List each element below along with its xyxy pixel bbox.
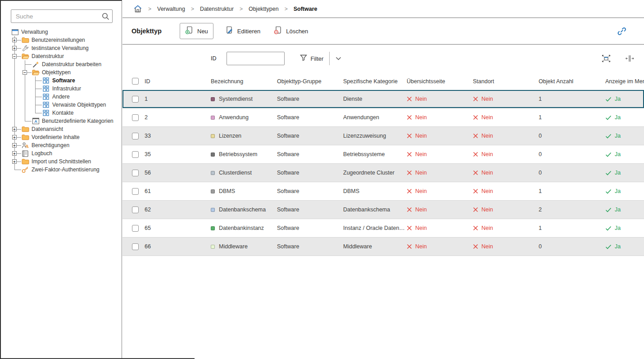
color-swatch-icon bbox=[211, 171, 215, 175]
breadcrumb-item-datenstruktur[interactable]: Datenstruktur bbox=[200, 6, 234, 12]
tree-guide bbox=[32, 85, 42, 93]
table-row-56[interactable]: 56ClusterdienstSoftwareZugeordnete Clust… bbox=[122, 164, 644, 182]
tree-item-benutzerdefinierte-kategorien[interactable]: ABenutzerdefinierte Kategorien bbox=[11, 117, 122, 125]
wrench-icon bbox=[21, 45, 29, 52]
table-row-1[interactable]: 1SystemdienstSoftwareDiensteNeinNein1Ja bbox=[122, 90, 644, 108]
tree-item-verwaltung[interactable]: Verwaltung bbox=[11, 28, 122, 36]
cell-category: Middleware bbox=[343, 243, 407, 250]
tree-item-benutzereinstellungen[interactable]: +Benutzereinstellungen bbox=[11, 36, 122, 44]
table-header-row: IDBezeichnungObjekttyp-GruppeSpezifische… bbox=[122, 72, 644, 90]
tree-expander[interactable]: + bbox=[12, 135, 17, 139]
color-swatch-icon bbox=[211, 134, 215, 138]
new-button[interactable]: Neu bbox=[180, 23, 213, 39]
tree-guide: + bbox=[11, 133, 21, 141]
column-header-spezifische-kategorie[interactable]: Spezifische Kategorie bbox=[343, 78, 407, 85]
row-checkbox-cell bbox=[122, 169, 145, 176]
tree-item-andere[interactable]: Andere bbox=[11, 93, 122, 101]
table-row-2[interactable]: 2AnwendungSoftwareAnwendungenNeinNein1Ja bbox=[122, 108, 644, 127]
row-checkbox[interactable] bbox=[132, 151, 139, 158]
search-input[interactable] bbox=[11, 9, 113, 23]
row-checkbox[interactable] bbox=[132, 170, 139, 176]
column-header-standort[interactable]: Standort bbox=[473, 78, 539, 85]
row-checkbox[interactable] bbox=[132, 243, 139, 250]
check-icon bbox=[605, 171, 612, 175]
breadcrumb-item-software[interactable]: Software bbox=[294, 6, 317, 12]
tree-item-label: Verwaiste Objekttypen bbox=[52, 102, 106, 108]
cell-overview-page: Nein bbox=[407, 114, 473, 121]
link-icon[interactable] bbox=[617, 26, 627, 36]
cross-icon bbox=[473, 244, 478, 249]
cell-name: Datenbankinstanz bbox=[211, 225, 277, 231]
tree-guide bbox=[32, 109, 42, 117]
home-icon[interactable] bbox=[133, 4, 142, 13]
maximize-icon[interactable] bbox=[602, 54, 611, 63]
tree-expander[interactable]: + bbox=[12, 151, 17, 156]
table-row-66[interactable]: 66MiddlewareSoftwareMiddlewareNeinNein0J… bbox=[122, 238, 644, 256]
tree-expander[interactable]: + bbox=[12, 46, 17, 50]
table-row-65[interactable]: 65DatenbankinstanzSoftwareInstanz / Orac… bbox=[122, 219, 644, 238]
cell-id: 35 bbox=[145, 151, 211, 157]
tree-item-logbuch[interactable]: +Logbuch bbox=[11, 149, 122, 157]
tree-expander[interactable]: + bbox=[12, 38, 17, 42]
tree-item-datenansicht[interactable]: +Datenansicht bbox=[11, 125, 122, 133]
row-checkbox[interactable] bbox=[132, 188, 139, 195]
tree-item-software[interactable]: Software bbox=[11, 76, 122, 85]
filter-bar: ID Filter bbox=[122, 45, 644, 72]
table-row-33[interactable]: 33LizenzenSoftwareLizenzzuweisungNeinNei… bbox=[122, 127, 644, 145]
cell-menu-display: Ja bbox=[605, 243, 644, 250]
filter-button[interactable]: Filter bbox=[300, 54, 324, 63]
tree-expander[interactable]: + bbox=[12, 143, 17, 148]
column-header-id[interactable]: ID bbox=[145, 78, 211, 85]
column-header-objekt-anzahl[interactable]: Objekt Anzahl bbox=[539, 78, 605, 85]
tree-expander[interactable]: − bbox=[12, 54, 17, 58]
chevron-down-icon[interactable] bbox=[335, 56, 342, 61]
cell-location: Nein bbox=[473, 151, 539, 157]
objecttype-icon bbox=[42, 85, 50, 92]
cell-object-count: 0 bbox=[539, 170, 605, 176]
column-header-bersichtsseite[interactable]: Übersichtsseite bbox=[407, 78, 473, 85]
cell-group: Software bbox=[277, 96, 343, 102]
select-all-checkbox[interactable] bbox=[132, 78, 139, 85]
breadcrumb-item-objekttypen[interactable]: Objekttypen bbox=[249, 6, 279, 12]
tree-item-berechtigungen[interactable]: +Berechtigungen bbox=[11, 141, 122, 149]
tree-item-infrastruktur[interactable]: Infrastruktur bbox=[11, 85, 122, 93]
search-icon[interactable] bbox=[102, 13, 109, 22]
row-checkbox[interactable] bbox=[132, 225, 139, 232]
table-row-35[interactable]: 35BetriebssystemSoftwareBetriebssystemeN… bbox=[122, 145, 644, 164]
column-resize-icon[interactable] bbox=[625, 54, 634, 63]
tree-item-testinstance-verwaltung[interactable]: +testinstance Verwaltung bbox=[11, 44, 122, 52]
tree-item-import-und-schnittstellen[interactable]: +Import und Schnittstellen bbox=[11, 157, 122, 166]
row-checkbox[interactable] bbox=[132, 96, 139, 103]
table-row-61[interactable]: 61DBMSSoftwareDBMSNeinNein1Ja bbox=[122, 182, 644, 201]
tree-item-verwaiste-objekttypen[interactable]: Verwaiste Objekttypen bbox=[11, 101, 122, 109]
edit-button[interactable]: Editieren bbox=[225, 26, 260, 36]
delete-button[interactable]: Löschen bbox=[274, 26, 308, 36]
row-checkbox[interactable] bbox=[132, 206, 139, 213]
column-header-anzeige-im-men[interactable]: Anzeige im Men… bbox=[605, 78, 644, 85]
sidebar: Verwaltung+Benutzereinstellungen+testins… bbox=[1, 0, 122, 359]
tree-item-datenstruktur[interactable]: −Datenstruktur bbox=[11, 52, 122, 60]
objecttype-icon bbox=[42, 102, 50, 108]
column-header-bezeichnung[interactable]: Bezeichnung bbox=[211, 78, 277, 85]
color-swatch-icon bbox=[211, 97, 215, 101]
cell-menu-display: Ja bbox=[605, 206, 644, 213]
row-checkbox[interactable] bbox=[132, 114, 139, 121]
tree-expander[interactable]: + bbox=[12, 159, 17, 164]
breadcrumb-item-verwaltung[interactable]: Verwaltung bbox=[157, 6, 185, 12]
select-all-checkbox-cell bbox=[122, 78, 145, 85]
cell-id: 61 bbox=[145, 188, 211, 194]
tree-item-zwei-faktor-authentisierung[interactable]: Zwei-Faktor-Authentisierung bbox=[11, 166, 122, 174]
toolbar: Objekttyp Neu Editieren Löschen bbox=[122, 18, 644, 45]
table-row-62[interactable]: 62DatenbankschemaSoftwareDatenbankschema… bbox=[122, 201, 644, 219]
tree-item-vordefinierte-inhalte[interactable]: +Vordefinierte Inhalte bbox=[11, 133, 122, 141]
id-filter-input[interactable] bbox=[227, 52, 285, 65]
row-checkbox[interactable] bbox=[132, 133, 139, 139]
cross-icon bbox=[473, 188, 478, 194]
tree-item-datenstruktur-bearbeiten[interactable]: Datenstruktur bearbeiten bbox=[11, 60, 122, 68]
tree-expander[interactable]: − bbox=[23, 70, 27, 75]
folder-icon bbox=[21, 37, 29, 43]
tree-expander[interactable]: + bbox=[12, 127, 17, 131]
column-header-objekttyp-gruppe[interactable]: Objekttyp-Gruppe bbox=[277, 78, 343, 85]
tree-item-objekttypen[interactable]: −Objekttypen bbox=[11, 68, 122, 76]
tree-item-kontakte[interactable]: Kontakte bbox=[11, 109, 122, 117]
